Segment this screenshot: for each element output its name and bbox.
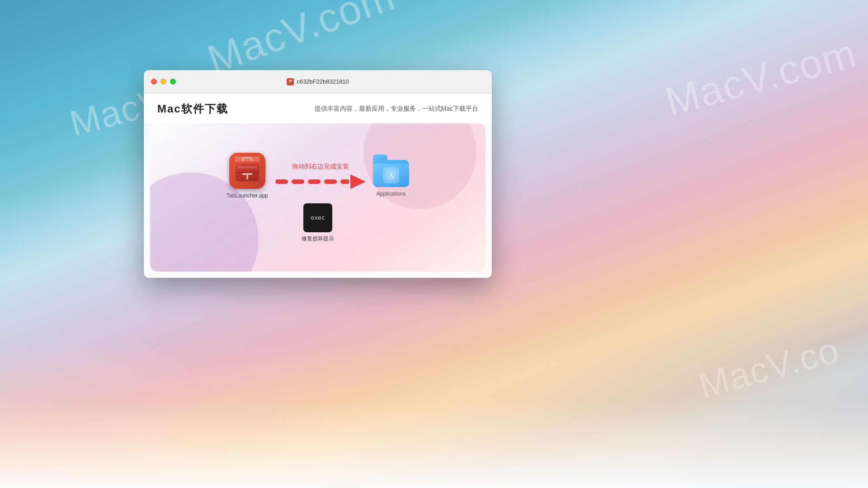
drag-instruction: 拖动到右边完成安装 (292, 163, 349, 171)
window-title-text: c632bF22b8321810 (297, 78, 349, 85)
title-icon: 📦 (287, 78, 294, 85)
svg-rect-3 (292, 179, 304, 184)
svg-rect-4 (308, 179, 321, 184)
folder-a-icon: A (383, 167, 399, 183)
install-content: TabLauncher.app 拖动到右边完成安装 (150, 144, 486, 252)
apps-folder-container: A Applications (373, 155, 409, 197)
applications-folder-icon: A (373, 155, 409, 187)
install-area: TabLauncher.app 拖动到右边完成安装 (150, 123, 486, 272)
watermark-3: MacV.com (660, 30, 862, 126)
applications-label: Applications (377, 191, 406, 197)
mac-window: 📦 c632bF22b8321810 Mac软件下载 提供丰富内容，最新应用，专… (144, 70, 492, 278)
folder-front: A (373, 164, 409, 187)
svg-rect-1 (246, 175, 248, 179)
svg-rect-0 (242, 173, 252, 175)
title-bar: 📦 c632bF22b8321810 (144, 70, 492, 94)
exec-icon: exec (303, 203, 332, 232)
window-header: Mac软件下载 提供丰富内容，最新应用，专业服务，一站式Mac下载平台 (144, 94, 492, 123)
svg-rect-2 (275, 179, 288, 184)
app-icon-container: TabLauncher.app (226, 153, 268, 199)
close-button[interactable] (151, 79, 157, 84)
desktop: MacV.com MacV.com MacV.com MacV.co 📦 c63… (0, 0, 868, 488)
tablauncher-icon (229, 153, 265, 189)
drag-row: TabLauncher.app 拖动到右边完成安装 (226, 153, 409, 199)
svg-text:A: A (388, 172, 394, 179)
arrow-line (275, 174, 366, 189)
drag-arrow: 拖动到右边完成安装 (275, 163, 366, 189)
exec-section: exec 修复损坏提示 (302, 203, 334, 243)
window-title: 📦 c632bF22b8321810 (287, 78, 349, 85)
svg-rect-5 (324, 179, 337, 184)
maximize-button[interactable] (170, 79, 176, 84)
cloud-layer (0, 343, 868, 488)
app-name-label: TabLauncher.app (226, 192, 268, 199)
dashed-arrow-svg (275, 174, 366, 189)
exec-text: exec (311, 214, 325, 221)
traffic-lights (151, 79, 176, 84)
site-tagline: 提供丰富内容，最新应用，专业服务，一站式Mac下载平台 (315, 105, 478, 113)
site-title: Mac软件下载 (157, 102, 228, 116)
svg-marker-7 (350, 174, 366, 189)
svg-rect-6 (340, 179, 349, 184)
exec-label: 修复损坏提示 (302, 235, 334, 243)
minimize-button[interactable] (160, 79, 166, 84)
